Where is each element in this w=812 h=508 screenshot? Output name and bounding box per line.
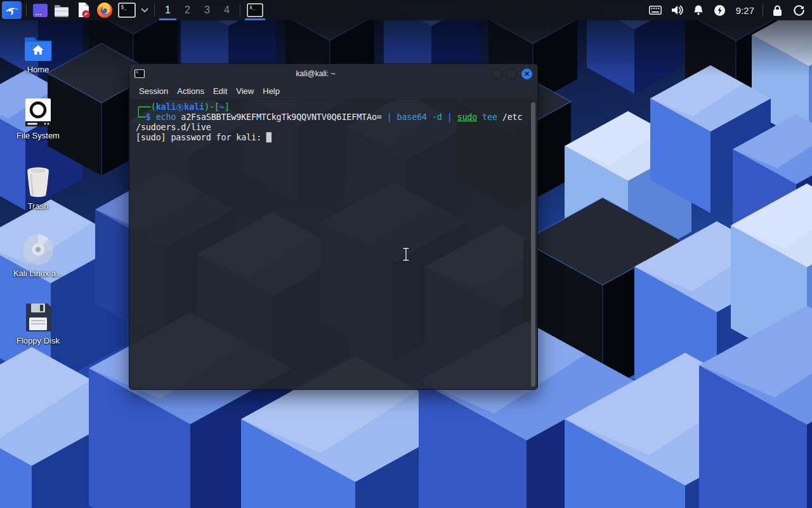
floppy-disk-icon <box>23 302 53 333</box>
desktop-icon-home[interactable]: Home <box>3 35 73 74</box>
launcher-terminal[interactable]: $_ <box>115 0 138 20</box>
menu-edit[interactable]: Edit <box>209 84 232 98</box>
launcher-firefox[interactable] <box>94 0 115 20</box>
panel-separator <box>763 4 763 17</box>
desktop-icon-label: Kali Linux a... <box>13 269 63 278</box>
kali-desktop: $_ 1 2 3 4 $_ <box>0 0 812 508</box>
svg-text:$_: $_ <box>121 4 128 10</box>
lock-screen-button[interactable] <box>766 0 788 20</box>
keyboard-tray-button[interactable] <box>645 0 666 20</box>
kali-cd-icon <box>22 234 54 265</box>
menu-view[interactable]: View <box>232 84 258 98</box>
workspace-1[interactable]: 1 <box>158 0 178 20</box>
launcher-app-window[interactable] <box>30 0 51 20</box>
menu-session[interactable]: Session <box>134 84 173 98</box>
terminal-scrollbar-thumb[interactable] <box>531 102 535 387</box>
kali-menu-button[interactable] <box>2 1 22 19</box>
firefox-icon <box>96 2 113 18</box>
workspace-4[interactable]: 4 <box>217 0 237 20</box>
desktop-icon-label: Trash <box>28 201 49 211</box>
ibeam-cursor <box>402 247 410 262</box>
desktop-icon-label: Home <box>27 65 49 74</box>
maximize-button[interactable] <box>506 69 517 79</box>
volume-tray-button[interactable] <box>666 0 688 20</box>
desktop-icon-filesystem[interactable]: File System <box>3 97 73 140</box>
workspace-3[interactable]: 3 <box>197 0 217 20</box>
desktop-icon-label: File System <box>16 131 60 140</box>
text-editor-icon <box>75 2 91 18</box>
terminal-window: $_ kali@kali: ~ ✕ Session Actions Edit V… <box>129 64 538 390</box>
terminal-title: kali@kali: ~ <box>145 69 487 78</box>
taskbar-terminal-button[interactable]: $_ <box>244 0 266 20</box>
filesystem-drive-icon <box>23 97 53 128</box>
desktop-icon-trash[interactable]: Trash <box>3 166 73 211</box>
top-panel: $_ 1 2 3 4 $_ <box>0 0 812 20</box>
panel-separator <box>154 4 155 17</box>
logout-icon <box>793 4 805 17</box>
notifications-bell-icon <box>693 4 704 16</box>
keyboard-icon <box>649 6 662 15</box>
terminal-window-icon: $_ <box>134 69 145 78</box>
panel-separator <box>26 4 27 17</box>
kali-dragon-icon <box>4 3 19 17</box>
terminal-menubar: Session Actions Edit View Help <box>129 83 537 100</box>
terminal-titlebar[interactable]: $_ kali@kali: ~ ✕ <box>129 64 537 83</box>
desktop-icon-kali-cd[interactable]: Kali Linux a... <box>3 234 73 278</box>
desktop-icon-label: Floppy Disk <box>16 336 60 345</box>
volume-icon <box>671 4 683 16</box>
terminal-task-icon: $_ <box>247 3 263 17</box>
file-manager-icon <box>53 3 70 18</box>
menu-actions[interactable]: Actions <box>173 84 209 98</box>
clock[interactable]: 9:27 <box>731 5 759 16</box>
launcher-file-manager[interactable] <box>51 0 72 20</box>
launcher-text-editor[interactable] <box>72 0 94 20</box>
notifications-tray-button[interactable] <box>688 0 709 20</box>
svg-text:$_: $_ <box>249 4 255 10</box>
terminal-viewport[interactable]: ┌──(kalikkali)-[~]└─$ echo a2FsaSBBTEw9K… <box>129 100 537 390</box>
minimize-button[interactable] <box>491 69 502 79</box>
svg-text:$_: $_ <box>136 70 141 74</box>
home-folder-icon <box>23 35 53 62</box>
terminal-output: ┌──(kalikkali)-[~]└─$ echo a2FsaSBBTEw9K… <box>136 102 525 143</box>
desktop-icon-floppy[interactable]: Floppy Disk <box>3 302 73 345</box>
lock-icon <box>772 4 783 17</box>
terminal-dropdown-button[interactable] <box>138 0 151 20</box>
power-manager-icon <box>714 4 726 17</box>
panel-separator <box>240 4 240 17</box>
chevron-down-icon <box>141 8 148 13</box>
menu-help[interactable]: Help <box>258 84 284 98</box>
terminal-launcher-icon: $_ <box>118 3 136 18</box>
app-window-icon <box>32 3 48 18</box>
logout-button[interactable] <box>788 0 809 20</box>
workspace-2[interactable]: 2 <box>178 0 197 20</box>
trash-icon <box>23 166 53 198</box>
close-button[interactable]: ✕ <box>521 69 532 79</box>
power-manager-tray-button[interactable] <box>709 0 731 20</box>
